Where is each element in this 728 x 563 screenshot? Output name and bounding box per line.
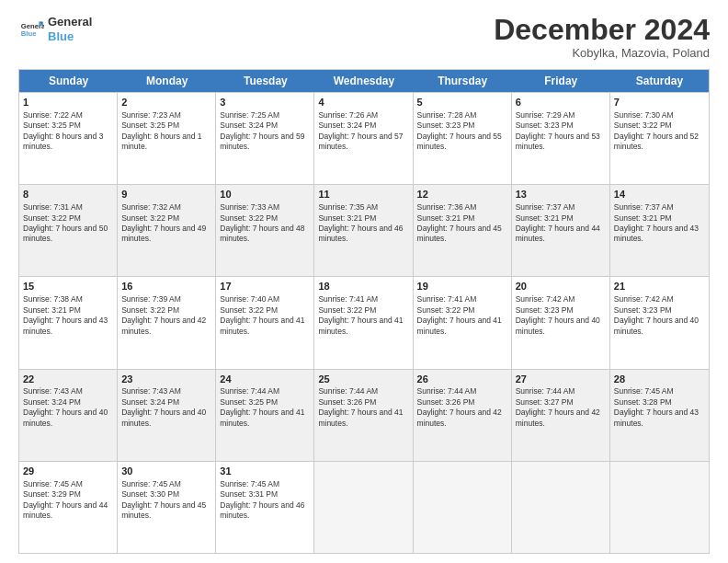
day-cell-1: 1Sunrise: 7:22 AMSunset: 3:25 PMDaylight… <box>19 93 118 184</box>
sunrise-text: Sunrise: 7:44 AM <box>318 386 408 396</box>
day-cell-26: 26Sunrise: 7:44 AMSunset: 3:26 PMDayligh… <box>414 370 512 461</box>
daylight-text: Daylight: 7 hours and 50 minutes. <box>23 224 113 245</box>
daylight-text: Daylight: 7 hours and 59 minutes. <box>220 132 310 153</box>
sunrise-text: Sunrise: 7:43 AM <box>121 386 211 396</box>
daylight-text: Daylight: 7 hours and 42 minutes. <box>121 316 211 337</box>
sunset-text: Sunset: 3:22 PM <box>220 213 310 224</box>
day-cell-9: 9Sunrise: 7:32 AMSunset: 3:22 PMDaylight… <box>118 185 216 276</box>
sunrise-text: Sunrise: 7:36 AM <box>417 202 507 213</box>
day-cell-29: 29Sunrise: 7:45 AMSunset: 3:29 PMDayligh… <box>19 462 118 553</box>
month-title: December 2024 <box>494 15 710 44</box>
calendar-week-1: 1Sunrise: 7:22 AMSunset: 3:25 PMDaylight… <box>19 92 709 184</box>
day-number: 2 <box>121 96 211 109</box>
sunset-text: Sunset: 3:23 PM <box>516 121 606 131</box>
sunset-text: Sunset: 3:23 PM <box>516 305 606 316</box>
day-number: 31 <box>220 465 310 478</box>
sunset-text: Sunset: 3:22 PM <box>417 305 507 316</box>
sunrise-text: Sunrise: 7:41 AM <box>417 294 507 304</box>
sunset-text: Sunset: 3:22 PM <box>121 213 211 224</box>
sunset-text: Sunset: 3:25 PM <box>23 121 113 131</box>
sunset-text: Sunset: 3:22 PM <box>220 305 310 316</box>
day-cell-6: 6Sunrise: 7:29 AMSunset: 3:23 PMDaylight… <box>512 93 610 184</box>
day-cell-10: 10Sunrise: 7:33 AMSunset: 3:22 PMDayligh… <box>216 185 314 276</box>
day-number: 25 <box>318 373 408 386</box>
day-number: 21 <box>614 280 705 293</box>
calendar-week-2: 8Sunrise: 7:31 AMSunset: 3:22 PMDaylight… <box>19 184 709 276</box>
weekday-header-saturday: Saturday <box>610 70 709 92</box>
sunset-text: Sunset: 3:21 PM <box>23 305 113 316</box>
sunrise-text: Sunrise: 7:40 AM <box>220 294 310 304</box>
daylight-text: Daylight: 7 hours and 45 minutes. <box>417 224 507 245</box>
daylight-text: Daylight: 7 hours and 42 minutes. <box>516 408 606 429</box>
sunrise-text: Sunrise: 7:32 AM <box>121 202 211 213</box>
day-cell-27: 27Sunrise: 7:44 AMSunset: 3:27 PMDayligh… <box>512 370 610 461</box>
sunset-text: Sunset: 3:24 PM <box>318 121 408 131</box>
sunrise-text: Sunrise: 7:44 AM <box>516 386 606 396</box>
sunset-text: Sunset: 3:21 PM <box>516 213 606 224</box>
daylight-text: Daylight: 7 hours and 42 minutes. <box>417 408 507 429</box>
day-cell-23: 23Sunrise: 7:43 AMSunset: 3:24 PMDayligh… <box>118 370 216 461</box>
empty-cell <box>610 462 709 553</box>
day-number: 10 <box>220 188 310 201</box>
sunset-text: Sunset: 3:21 PM <box>318 213 408 224</box>
day-cell-22: 22Sunrise: 7:43 AMSunset: 3:24 PMDayligh… <box>19 370 118 461</box>
daylight-text: Daylight: 7 hours and 53 minutes. <box>516 132 606 153</box>
sunrise-text: Sunrise: 7:45 AM <box>23 479 113 489</box>
day-cell-14: 14Sunrise: 7:37 AMSunset: 3:21 PMDayligh… <box>610 185 709 276</box>
sunrise-text: Sunrise: 7:23 AM <box>121 110 211 121</box>
title-block: December 2024 Kobylka, Mazovia, Poland <box>494 15 710 60</box>
empty-cell <box>512 462 610 553</box>
empty-cell <box>414 462 512 553</box>
daylight-text: Daylight: 7 hours and 40 minutes. <box>614 316 705 337</box>
daylight-text: Daylight: 7 hours and 41 minutes. <box>220 316 310 337</box>
sunset-text: Sunset: 3:23 PM <box>614 305 705 316</box>
sunrise-text: Sunrise: 7:37 AM <box>614 202 705 213</box>
sunrise-text: Sunrise: 7:42 AM <box>516 294 606 304</box>
day-cell-7: 7Sunrise: 7:30 AMSunset: 3:22 PMDaylight… <box>610 93 709 184</box>
day-number: 23 <box>121 373 211 386</box>
day-number: 12 <box>417 188 507 201</box>
location-subtitle: Kobylka, Mazovia, Poland <box>494 46 710 60</box>
sunrise-text: Sunrise: 7:44 AM <box>220 386 310 396</box>
day-number: 6 <box>516 96 606 109</box>
sunrise-text: Sunrise: 7:45 AM <box>121 479 211 489</box>
daylight-text: Daylight: 7 hours and 45 minutes. <box>121 500 211 522</box>
daylight-text: Daylight: 7 hours and 40 minutes. <box>23 408 113 429</box>
daylight-text: Daylight: 7 hours and 46 minutes. <box>318 224 408 245</box>
daylight-text: Daylight: 7 hours and 46 minutes. <box>220 500 310 522</box>
sunset-text: Sunset: 3:30 PM <box>121 489 211 500</box>
sunset-text: Sunset: 3:23 PM <box>417 121 507 131</box>
day-cell-15: 15Sunrise: 7:38 AMSunset: 3:21 PMDayligh… <box>19 277 118 368</box>
page: General Blue General Blue December 2024 … <box>0 0 728 563</box>
sunrise-text: Sunrise: 7:26 AM <box>318 110 408 121</box>
sunset-text: Sunset: 3:31 PM <box>220 489 310 500</box>
day-number: 27 <box>516 373 606 386</box>
day-number: 14 <box>614 188 705 201</box>
daylight-text: Daylight: 7 hours and 44 minutes. <box>23 500 113 522</box>
daylight-text: Daylight: 7 hours and 43 minutes. <box>614 408 705 429</box>
logo-line2: Blue <box>48 29 92 44</box>
day-cell-30: 30Sunrise: 7:45 AMSunset: 3:30 PMDayligh… <box>118 462 216 553</box>
sunrise-text: Sunrise: 7:35 AM <box>318 202 408 213</box>
logo-icon: General Blue <box>18 17 44 42</box>
day-cell-25: 25Sunrise: 7:44 AMSunset: 3:26 PMDayligh… <box>314 370 413 461</box>
day-number: 17 <box>220 280 310 293</box>
day-number: 5 <box>417 96 507 109</box>
sunset-text: Sunset: 3:28 PM <box>614 397 705 408</box>
day-number: 20 <box>516 280 606 293</box>
day-cell-2: 2Sunrise: 7:23 AMSunset: 3:25 PMDaylight… <box>118 93 216 184</box>
daylight-text: Daylight: 7 hours and 55 minutes. <box>417 132 507 153</box>
day-cell-12: 12Sunrise: 7:36 AMSunset: 3:21 PMDayligh… <box>414 185 512 276</box>
calendar-body: 1Sunrise: 7:22 AMSunset: 3:25 PMDaylight… <box>19 92 709 553</box>
day-cell-17: 17Sunrise: 7:40 AMSunset: 3:22 PMDayligh… <box>216 277 314 368</box>
day-cell-4: 4Sunrise: 7:26 AMSunset: 3:24 PMDaylight… <box>314 93 413 184</box>
day-number: 19 <box>417 280 507 293</box>
sunrise-text: Sunrise: 7:25 AM <box>220 110 310 121</box>
day-number: 24 <box>220 373 310 386</box>
weekday-header-thursday: Thursday <box>414 70 512 92</box>
day-cell-3: 3Sunrise: 7:25 AMSunset: 3:24 PMDaylight… <box>216 93 314 184</box>
daylight-text: Daylight: 7 hours and 40 minutes. <box>121 408 211 429</box>
sunrise-text: Sunrise: 7:38 AM <box>23 294 113 304</box>
day-cell-28: 28Sunrise: 7:45 AMSunset: 3:28 PMDayligh… <box>610 370 709 461</box>
sunrise-text: Sunrise: 7:31 AM <box>23 202 113 213</box>
